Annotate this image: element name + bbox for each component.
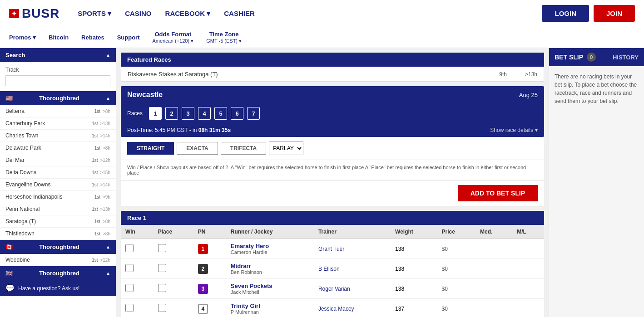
col-trainer: Trainer (314, 225, 391, 239)
runner-cell: Trinity Girl P Mulrennan (226, 299, 314, 317)
chat-bar[interactable]: 💬 Have a question? Ask us! (0, 280, 116, 296)
track-time: >8h (103, 231, 110, 236)
place-checkbox[interactable] (158, 264, 166, 272)
track-name: Evangeline Downs (5, 181, 89, 188)
trainer-cell: B Ellison (314, 259, 391, 279)
place-check-cell[interactable] (154, 239, 193, 259)
odds-format-label: Odds Format (154, 31, 191, 38)
nav-cashier[interactable]: CASHIER (224, 10, 255, 18)
trainer-cell: Jessica Macey (314, 299, 391, 317)
track-item[interactable]: Canterbury Park 1st >13h (0, 117, 116, 130)
race-track-title: Newcastle (127, 91, 163, 99)
featured-race-row[interactable]: Riskaverse Stakes at Saratoga (T) 9th >1… (121, 67, 544, 82)
track-time: >9h (103, 195, 110, 200)
race-num-7[interactable]: 7 (247, 107, 260, 120)
pn-cell: 2 (193, 259, 226, 279)
nav-racebook[interactable]: RACEBOOK ▾ (165, 10, 211, 18)
sub-link-bitcoin[interactable]: Bitcoin (49, 34, 69, 41)
track-item[interactable]: Delaware Park 1st >8h (0, 142, 116, 154)
race-num-4[interactable]: 4 (198, 107, 211, 120)
timezone-value[interactable]: GMT -5 (EST) ▾ (206, 38, 242, 44)
place-checkbox[interactable] (158, 244, 166, 252)
med-cell (476, 239, 512, 259)
history-tab[interactable]: HISTORY (613, 54, 639, 61)
odds-format-value[interactable]: American (+120) ▾ (152, 38, 193, 44)
col-med: Med. (476, 225, 512, 239)
track-item[interactable]: Thistledown 1st >8h (0, 228, 116, 240)
track-time: >8h (103, 109, 110, 114)
trainer-cell: Grant Tuer (314, 239, 391, 259)
col-place: Place (154, 225, 193, 239)
nav-sports[interactable]: SPORTS ▾ (78, 10, 111, 18)
pn-badge: 3 (198, 284, 208, 294)
sidebar-thoroughbred-header-2[interactable]: 🇨🇦 Thoroughbred ▲ (0, 240, 116, 254)
win-check-cell[interactable] (121, 239, 154, 259)
join-button[interactable]: JOIN (594, 5, 635, 22)
place-check-cell[interactable] (154, 299, 193, 317)
track-name: Canterbury Park (5, 120, 89, 127)
place-check-cell[interactable] (154, 279, 193, 299)
bet-type-straight[interactable]: STRAIGHT (127, 142, 174, 155)
track-badge: 1st (94, 109, 100, 114)
race-num-6[interactable]: 6 (231, 107, 243, 120)
track-name: Saratoga (T) (5, 218, 92, 224)
add-to-bet-slip-button[interactable]: ADD TO BET SLIP (458, 185, 538, 201)
track-name: Woodbine (5, 257, 89, 263)
featured-races-bar: Featured Races (121, 53, 544, 67)
win-checkbox[interactable] (125, 284, 134, 292)
logo[interactable]: ✦ BUSR (9, 6, 59, 21)
sub-link-rebates[interactable]: Rebates (81, 34, 104, 41)
track-item[interactable]: Evangeline Downs 1st >14h (0, 179, 116, 191)
win-checkbox[interactable] (125, 304, 134, 312)
search-input[interactable] (5, 75, 110, 86)
win-check-cell[interactable] (121, 279, 154, 299)
race-num-3[interactable]: 3 (182, 107, 194, 120)
win-checkbox[interactable] (125, 244, 134, 252)
bet-type-trifecta[interactable]: TRIFECTA (221, 142, 266, 155)
sub-link-promos[interactable]: Promos ▾ (9, 34, 36, 41)
bet-type-parlay-select[interactable]: PARLAY (269, 141, 303, 155)
sidebar-thoroughbred-header-3[interactable]: 🇬🇧 Thoroughbred ▲ (0, 266, 116, 280)
col-price: Price (437, 225, 476, 239)
win-checkbox[interactable] (125, 264, 134, 272)
race-card: Newcastle Aug 25 Races 1 2 3 4 5 6 7 Pos… (121, 86, 544, 137)
featured-race-name: Riskaverse Stakes at Saratoga (T) (128, 71, 218, 78)
bet-type-exacta[interactable]: EXACTA (177, 142, 218, 155)
odds-format[interactable]: Odds Format American (+120) ▾ (152, 31, 193, 44)
med-cell (476, 259, 512, 279)
featured-race-meta2: >13h (525, 71, 537, 78)
track-item[interactable]: Woodbine 1st >12h (0, 254, 116, 266)
track-item[interactable]: Del Mar 1st >12h (0, 154, 116, 166)
med-cell (476, 279, 512, 299)
track-name: Del Mar (5, 157, 89, 163)
bet-slip-header: BET SLIP 0 HISTORY (549, 48, 644, 66)
track-item[interactable]: Saratoga (T) 1st >8h (0, 215, 116, 228)
center-content: Featured Races Riskaverse Stakes at Sara… (116, 48, 549, 317)
nav-casino[interactable]: CASINO (125, 10, 151, 18)
track-item[interactable]: Penn National 1st >13h (0, 203, 116, 215)
price-cell: $0 (437, 239, 476, 259)
trainer-name: Roger Varian (318, 286, 350, 292)
sidebar-thoroughbred-header-1[interactable]: 🇺🇸 Thoroughbred ▲ (0, 91, 116, 105)
race-num-5[interactable]: 5 (214, 107, 227, 120)
track-badge: 1st (94, 195, 100, 200)
runner-name: Emaraty Hero (231, 243, 309, 249)
ml-cell (512, 239, 544, 259)
track-item[interactable]: Horseshoe Indianapolis 1st >9h (0, 191, 116, 203)
win-check-cell[interactable] (121, 299, 154, 317)
place-check-cell[interactable] (154, 259, 193, 279)
timezone[interactable]: Time Zone GMT -5 (EST) ▾ (206, 31, 242, 44)
track-item[interactable]: Belterra 1st >8h (0, 105, 116, 117)
race-num-2[interactable]: 2 (165, 107, 178, 120)
race-num-1[interactable]: 1 (149, 107, 162, 120)
track-name: Belterra (5, 108, 92, 114)
win-check-cell[interactable] (121, 259, 154, 279)
login-button[interactable]: LOGIN (542, 5, 589, 22)
sub-link-support[interactable]: Support (117, 34, 140, 41)
place-checkbox[interactable] (158, 304, 166, 312)
place-checkbox[interactable] (158, 284, 166, 292)
track-name: Horseshoe Indianapolis (5, 194, 92, 200)
show-race-details[interactable]: Show race details ▾ (490, 127, 538, 133)
track-item[interactable]: Delta Downs 1st >15h (0, 166, 116, 179)
track-item[interactable]: Charles Town 1st >14h (0, 130, 116, 142)
